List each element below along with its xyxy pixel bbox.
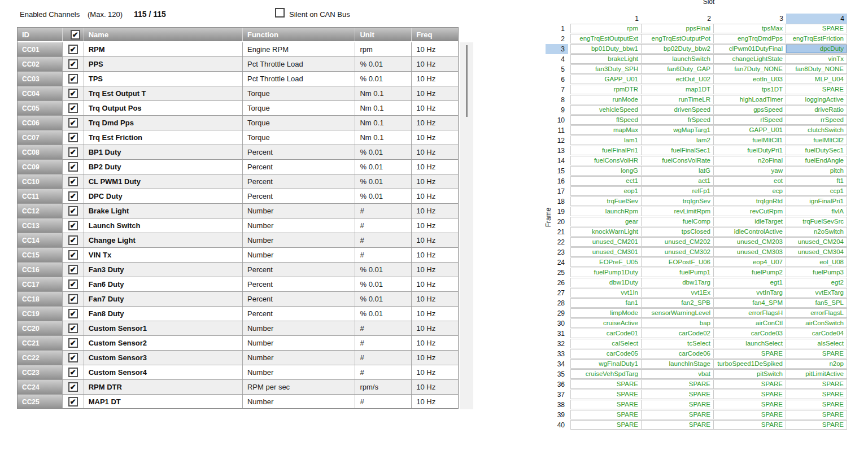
- slot-cell-f35-s4[interactable]: pitLimitActive: [786, 370, 847, 378]
- slot-cell-f15-s3[interactable]: yaw: [714, 167, 786, 175]
- channel-row-CC11[interactable]: CC11✔DPC DutyPercent% 0.0110 Hz: [18, 189, 458, 204]
- slot-cell-f17-s3[interactable]: ecp: [714, 187, 786, 195]
- channel-enabled-checkbox[interactable]: ✔: [68, 177, 78, 186]
- slot-cell-f6-s3[interactable]: eotIn_U03: [714, 75, 786, 84]
- slot-cell-f4-s2[interactable]: launchSwitch: [642, 55, 714, 63]
- slot-header-2[interactable]: 2: [642, 14, 714, 24]
- slot-cell-f33-s1[interactable]: carCode05: [571, 349, 642, 358]
- channel-enabled-checkbox[interactable]: ✔: [68, 309, 78, 318]
- channel-id-cell[interactable]: CC08: [18, 145, 63, 159]
- frame-header-34[interactable]: 34: [546, 359, 568, 369]
- slot-cell-f18-s1[interactable]: trqFuelSev: [571, 197, 642, 206]
- slot-cell-f13-s3[interactable]: fuelDutyPri1: [714, 146, 786, 155]
- frame-header-15[interactable]: 15: [546, 166, 568, 176]
- slot-cell-f13-s4[interactable]: fuelDutySec1: [786, 146, 847, 155]
- slot-cell-f11-s2[interactable]: wgMapTarg1: [642, 126, 714, 134]
- slot-cell-f13-s1[interactable]: fuelFinalPri1: [571, 146, 642, 155]
- slot-cell-f34-s4[interactable]: n2op: [786, 360, 847, 368]
- frame-header-12[interactable]: 12: [546, 135, 568, 146]
- slot-cell-f35-s3[interactable]: pitSwitch: [714, 370, 786, 378]
- slot-cell-f34-s3[interactable]: turboSpeed1DeSpiked: [714, 360, 786, 368]
- frame-header-19[interactable]: 19: [546, 207, 568, 217]
- slot-cell-f28-s2[interactable]: fan2_SPB: [642, 299, 714, 307]
- slot-cell-f25-s4[interactable]: fuelPump3: [786, 268, 847, 277]
- slot-cell-f37-s4[interactable]: SPARE: [786, 390, 847, 399]
- slot-cell-f2-s1[interactable]: engTrqEstOutputExt: [571, 34, 642, 43]
- frame-header-35[interactable]: 35: [546, 369, 568, 379]
- channel-row-CC21[interactable]: CC21✔Custom Sensor2Number#10 Hz: [18, 336, 458, 351]
- slot-cell-f6-s1[interactable]: GAPP_U01: [571, 75, 642, 84]
- slot-cell-f17-s1[interactable]: eop1: [571, 187, 642, 195]
- slot-cell-f6-s4[interactable]: MLP_U04: [786, 75, 847, 84]
- slot-cell-f4-s4[interactable]: vinTx: [786, 55, 847, 63]
- slot-cell-f7-s3[interactable]: tps1DT: [714, 85, 786, 94]
- slot-cell-f3-s1[interactable]: bp01Duty_bbw1: [571, 45, 642, 53]
- channel-enabled-checkbox[interactable]: ✔: [68, 191, 78, 201]
- slot-cell-f2-s4[interactable]: engTrqEstFriction: [786, 34, 847, 43]
- channel-row-CC22[interactable]: CC22✔Custom Sensor3Number#10 Hz: [18, 351, 458, 365]
- slot-cell-f22-s3[interactable]: unused_CM203: [714, 238, 786, 246]
- slot-cell-f1-s3[interactable]: tpsMax: [714, 24, 786, 33]
- slot-cell-f12-s2[interactable]: lam2: [642, 136, 714, 145]
- channel-id-cell[interactable]: CC10: [18, 174, 63, 189]
- frame-header-4[interactable]: 4: [546, 54, 568, 64]
- frame-header-30[interactable]: 30: [546, 318, 568, 329]
- frame-header-32[interactable]: 32: [546, 339, 568, 349]
- table-scrollbar-thumb[interactable]: [466, 45, 468, 117]
- slot-cell-f5-s3[interactable]: fan7Duty_NONE: [714, 65, 786, 73]
- slot-cell-f12-s4[interactable]: fuelMltCll2: [786, 136, 847, 145]
- channel-row-CC10[interactable]: CC10✔CL PWM1 DutyPercent% 0.0110 Hz: [18, 174, 458, 189]
- slot-cell-f30-s1[interactable]: cruiseActive: [571, 319, 642, 327]
- slot-cell-f40-s4[interactable]: SPARE: [786, 421, 847, 429]
- slot-cell-f20-s2[interactable]: fuelComp: [642, 217, 714, 226]
- slot-cell-f23-s2[interactable]: unused_CM302: [642, 248, 714, 256]
- channel-row-CC12[interactable]: CC12✔Brake LightNumber#10 Hz: [18, 204, 458, 218]
- channel-id-cell[interactable]: CC15: [18, 248, 63, 262]
- channel-row-CC24[interactable]: CC24✔RPM DTRRPM per secrpm/s10 Hz: [18, 380, 458, 395]
- frame-header-39[interactable]: 39: [546, 410, 568, 420]
- channel-row-CC01[interactable]: CC01✔RPMEngine RPMrpm10 Hz: [18, 42, 458, 57]
- channel-enabled-checkbox[interactable]: ✔: [68, 235, 78, 245]
- channel-enabled-checkbox[interactable]: ✔: [68, 221, 78, 230]
- slot-cell-f14-s2[interactable]: fuelConsVolRate: [642, 156, 714, 165]
- slot-cell-f5-s1[interactable]: fan3Duty_SPH: [571, 65, 642, 73]
- slot-cell-f3-s2[interactable]: bp02Duty_bbw2: [642, 45, 714, 53]
- frame-header-18[interactable]: 18: [546, 196, 568, 207]
- frame-header-1[interactable]: 1: [546, 24, 568, 34]
- slot-cell-f24-s3[interactable]: eop4_U07: [714, 258, 786, 266]
- slot-cell-f4-s1[interactable]: brakeLight: [571, 55, 642, 63]
- slot-cell-f36-s4[interactable]: SPARE: [786, 380, 847, 388]
- slot-cell-f37-s2[interactable]: SPARE: [642, 390, 714, 399]
- frame-header-16[interactable]: 16: [546, 176, 568, 186]
- frame-header-21[interactable]: 21: [546, 227, 568, 237]
- frame-header-31[interactable]: 31: [546, 329, 568, 339]
- channel-row-CC18[interactable]: CC18✔Fan7 DutyPercent% 0.0110 Hz: [18, 292, 458, 307]
- frame-header-36[interactable]: 36: [546, 379, 568, 390]
- slot-cell-f21-s4[interactable]: n2oSwitch: [786, 228, 847, 236]
- slot-cell-f32-s3[interactable]: launchSelect: [714, 339, 786, 348]
- slot-cell-f38-s3[interactable]: SPARE: [714, 400, 786, 409]
- slot-cell-f27-s4[interactable]: vvtExTarg: [786, 288, 847, 297]
- channel-enabled-checkbox[interactable]: ✔: [68, 368, 78, 377]
- frame-header-17[interactable]: 17: [546, 186, 568, 196]
- slot-cell-f30-s3[interactable]: airConCtl: [714, 319, 786, 327]
- silent-on-can-bus-checkbox[interactable]: [275, 8, 285, 18]
- slot-cell-f19-s4[interactable]: flvlA: [786, 207, 847, 216]
- slot-cell-f6-s2[interactable]: ectOut_U02: [642, 75, 714, 84]
- slot-cell-f36-s1[interactable]: SPARE: [571, 380, 642, 388]
- slot-cell-f32-s2[interactable]: tcSelect: [642, 339, 714, 348]
- slot-cell-f26-s1[interactable]: dbw1Duty: [571, 278, 642, 287]
- slot-cell-f10-s1[interactable]: flSpeed: [571, 116, 642, 124]
- frame-header-26[interactable]: 26: [546, 278, 568, 288]
- channel-row-CC06[interactable]: CC06✔Trq Dmd PpsTorqueNm 0.110 Hz: [18, 116, 458, 130]
- slot-cell-f8-s1[interactable]: runMode: [571, 95, 642, 104]
- channel-enabled-checkbox[interactable]: ✔: [68, 89, 78, 98]
- channel-row-CC25[interactable]: CC25✔MAP1 DTNumber#10 Hz: [18, 395, 458, 409]
- slot-cell-f39-s4[interactable]: SPARE: [786, 410, 847, 419]
- slot-cell-f40-s1[interactable]: SPARE: [571, 421, 642, 429]
- slot-cell-f33-s2[interactable]: carCode06: [642, 349, 714, 358]
- slot-cell-f8-s2[interactable]: runTimeLR: [642, 95, 714, 104]
- frame-header-28[interactable]: 28: [546, 298, 568, 308]
- channel-row-CC08[interactable]: CC08✔BP1 DutyPercent% 0.0110 Hz: [18, 145, 458, 160]
- slot-cell-f31-s2[interactable]: carCode02: [642, 329, 714, 338]
